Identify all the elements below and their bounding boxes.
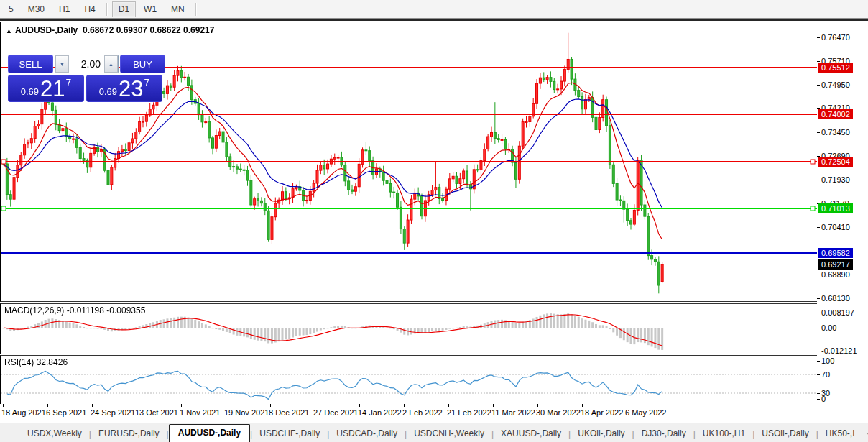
rsi-tick-label: 0 <box>821 395 826 403</box>
price-level-badge: 0.69582 <box>818 248 853 258</box>
price-tick-label: 0.68890 <box>821 270 850 279</box>
buy-price-base: 0.69 <box>99 86 117 97</box>
buy-price-point: 7 <box>144 77 150 88</box>
price-level-badge: 0.74002 <box>818 109 853 119</box>
date-label: 6 Sep 2021 <box>46 408 86 417</box>
price-tick-mark <box>817 132 820 133</box>
trading-platform-window: 5M30H1H4D1W1MN ▲AUDUSD-,Daily 0.68672 0.… <box>0 0 868 442</box>
price-pane[interactable]: ▲AUDUSD-,Daily 0.68672 0.69307 0.68622 0… <box>0 22 818 302</box>
buy-price-display[interactable]: 0.69237 <box>86 75 162 102</box>
timeframe-m30[interactable]: M30 <box>22 1 51 17</box>
date-tick-mark <box>47 404 48 407</box>
tab-xauusd-daily[interactable]: XAUUSD-,Daily <box>494 426 568 442</box>
date-tick-mark <box>226 404 226 407</box>
price-tick-label: 0.73450 <box>821 128 850 137</box>
rsi-tick-mark <box>817 374 820 375</box>
timeframe-toolbar: 5M30H1H4D1W1MN <box>0 0 868 19</box>
price-tick-mark <box>817 180 820 180</box>
volume-decrease-icon[interactable]: ▼ <box>55 55 69 73</box>
date-tick-mark <box>359 404 360 407</box>
timeframe-mn[interactable]: MN <box>165 1 191 17</box>
price-tick-mark <box>817 108 820 109</box>
date-label: 8 Dec 2021 <box>269 408 309 417</box>
tab-usoil-daily[interactable]: USOil-,Daily <box>754 426 816 442</box>
date-label: 14 Jan 2022 <box>358 408 402 417</box>
price-tick-mark <box>817 275 820 275</box>
collapse-triangle-icon[interactable]: ▲ <box>6 27 12 34</box>
timeframe-d1[interactable]: D1 <box>112 1 136 17</box>
volume-spinner[interactable]: ▼ 2.00 ▲ <box>55 55 119 73</box>
chart-ohlc-values: 0.68672 0.69307 0.68622 0.69217 <box>83 25 215 35</box>
date-tick-mark <box>627 404 627 407</box>
one-click-trade-panel: SELL ▼ 2.00 ▲ BUY 0.69217 0.69237 <box>8 55 165 102</box>
date-tick-mark <box>270 404 271 407</box>
chart-tab-bar: USDX,Weekly|EURUSD-,Daily|AUDUSD-,Daily|… <box>0 423 868 442</box>
tab-audusd-daily[interactable]: AUDUSD-,Daily <box>169 424 250 442</box>
date-tick-mark <box>92 404 93 407</box>
sell-price-base: 0.69 <box>21 86 39 97</box>
macd-label: MACD(12,26,9) -0.011198 -0.009355 <box>4 305 145 316</box>
macd-tick-mark <box>817 351 820 351</box>
tabs-scroll-left-icon[interactable]: ◄ <box>862 427 868 442</box>
date-label: 27 Dec 2021 <box>313 408 358 417</box>
date-label: 13 Oct 2021 <box>135 408 178 417</box>
volume-value[interactable]: 2.00 <box>69 55 104 73</box>
macd-tick-label: 0.00 <box>821 323 836 332</box>
date-label: 18 Apr 2022 <box>581 408 623 417</box>
tab-uk100-h1[interactable]: UK100-,H1 <box>696 426 752 442</box>
macd-tick-label: 0.008197 <box>821 308 854 317</box>
rsi-tick-mark <box>817 361 820 362</box>
volume-increase-icon[interactable]: ▲ <box>104 55 118 73</box>
rsi-pane[interactable]: RSI(14) 32.8426 <box>0 355 818 405</box>
date-tick-mark <box>493 404 494 407</box>
tab-usdx-weekly[interactable]: USDX,Weekly <box>20 426 89 442</box>
price-level-badge: 0.75512 <box>818 63 853 73</box>
price-tick-mark <box>817 37 820 38</box>
macd-tick-mark <box>817 313 820 313</box>
price-level-badge: 0.71013 <box>818 203 853 213</box>
rsi-tick-label: 70 <box>821 370 830 379</box>
date-tick-mark <box>582 404 583 407</box>
tab-usdcnh-weekly[interactable]: USDCNH-,Weekly <box>407 426 491 442</box>
timeframe-h1[interactable]: H1 <box>52 1 76 17</box>
sell-button[interactable]: SELL <box>8 55 53 73</box>
tab-eurusd-daily[interactable]: EURUSD-,Daily <box>91 426 167 442</box>
toolbar-separator <box>106 3 108 16</box>
macd-tick-mark <box>817 328 820 328</box>
timeframe-5[interactable]: 5 <box>2 1 20 17</box>
price-axis: 0.764700.757100.749500.742100.734500.726… <box>817 21 868 423</box>
macd-pane[interactable]: MACD(12,26,9) -0.011198 -0.009355 <box>0 303 818 354</box>
tab-dj30-daily[interactable]: DJ30-,Daily <box>634 426 693 442</box>
tab-usdcad-daily[interactable]: USDCAD-,Daily <box>329 426 405 442</box>
date-label: 2 Feb 2022 <box>402 408 443 417</box>
buy-button[interactable]: BUY <box>120 55 165 73</box>
date-label: 11 Mar 2022 <box>491 408 535 417</box>
date-tick-mark <box>448 404 449 407</box>
timeframe-w1[interactable]: W1 <box>137 1 163 17</box>
price-tick-label: 0.68130 <box>821 294 850 303</box>
price-tick-mark <box>817 85 820 86</box>
sell-price-display[interactable]: 0.69217 <box>8 75 84 102</box>
sell-price-pips: 21 <box>40 78 65 100</box>
tab-ukoil-daily[interactable]: UKOil-,Daily <box>571 426 632 442</box>
chart-symbol: AUDUSD-,Daily <box>15 25 78 35</box>
buy-price-pips: 23 <box>119 78 143 100</box>
sell-price-point: 7 <box>66 77 72 88</box>
timeframe-h4[interactable]: H4 <box>78 1 101 17</box>
macd-tick-label: -0.012121 <box>821 346 857 355</box>
price-tick-label: 0.70410 <box>821 223 850 231</box>
date-tick-mark <box>315 404 315 407</box>
date-label: 30 Mar 2022 <box>536 408 581 417</box>
chart-window: ▲AUDUSD-,Daily 0.68672 0.69307 0.68622 0… <box>0 19 868 423</box>
chart-title: ▲AUDUSD-,Daily 0.68672 0.69307 0.68622 0… <box>6 25 214 35</box>
price-tick-mark <box>817 298 820 299</box>
price-tick-mark <box>817 227 820 228</box>
rsi-chart-canvas[interactable] <box>1 356 817 404</box>
price-tick-label: 0.76470 <box>821 33 850 42</box>
tab-hk50-i[interactable]: HK50-,I <box>818 426 862 442</box>
date-label: 21 Feb 2022 <box>447 408 491 417</box>
date-tick-mark <box>181 404 182 407</box>
tab-usdchf-daily[interactable]: USDCHF-,Daily <box>252 426 327 442</box>
price-tick-label: 0.74950 <box>821 80 850 89</box>
price-level-badge: 0.69217 <box>818 259 853 270</box>
